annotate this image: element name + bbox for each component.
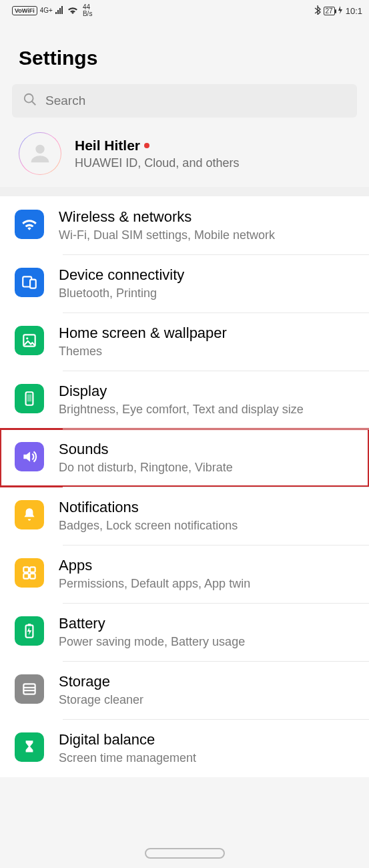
wifi-icon: [15, 210, 44, 239]
charging-icon: [338, 6, 343, 16]
item-sub: Screen time management: [59, 751, 196, 765]
page-title: Settings: [19, 47, 350, 69]
item-sub: Permissions, Default apps, App twin: [59, 577, 250, 591]
apps-icon: [15, 558, 44, 588]
svg-point-6: [26, 337, 28, 339]
item-title: Apps: [59, 557, 250, 574]
svg-rect-12: [30, 574, 35, 579]
account-name: Heil Hitler: [75, 138, 149, 154]
svg-point-0: [25, 94, 33, 103]
svg-rect-8: [27, 395, 32, 402]
sound-icon: [15, 442, 44, 471]
network-speed: 44 B/s: [83, 4, 92, 17]
notification-dot: [144, 143, 149, 148]
item-sounds[interactable]: Sounds Do not disturb, Ringtone, Vibrate: [0, 429, 369, 487]
item-sub: Do not disturb, Ringtone, Vibrate: [59, 461, 233, 475]
search-field[interactable]: [12, 84, 357, 118]
item-wireless-networks[interactable]: Wireless & networks Wi-Fi, Dual SIM sett…: [0, 196, 369, 254]
item-sub: Power saving mode, Battery usage: [59, 635, 245, 649]
devices-icon: [15, 268, 44, 297]
svg-rect-10: [30, 567, 35, 572]
status-bar: VoWiFi 4G+ 44 B/s 27 10:1: [0, 0, 369, 19]
hourglass-icon: [15, 732, 44, 762]
item-title: Battery: [59, 615, 245, 632]
network-type: 4G+: [40, 7, 53, 14]
svg-rect-11: [23, 574, 29, 579]
clock: 10:1: [346, 6, 362, 16]
settings-list: Wireless & networks Wi-Fi, Dual SIM sett…: [0, 196, 369, 777]
item-home-wallpaper[interactable]: Home screen & wallpaper Themes: [0, 312, 369, 371]
battery-indicator: 27: [324, 7, 335, 15]
item-sub: Badges, Lock screen notifications: [59, 519, 238, 533]
bell-icon: [15, 500, 44, 529]
wallpaper-icon: [15, 326, 44, 355]
svg-rect-14: [28, 624, 31, 626]
item-display[interactable]: Display Brightness, Eye comfort, Text an…: [0, 371, 369, 429]
item-sub: Brightness, Eye comfort, Text and displa…: [59, 403, 304, 417]
item-digital-balance[interactable]: Digital balance Screen time management: [0, 719, 369, 777]
page-header: Settings: [0, 19, 369, 84]
item-notifications[interactable]: Notifications Badges, Lock screen notifi…: [0, 487, 369, 545]
svg-point-2: [35, 145, 44, 154]
item-sub: Themes: [59, 345, 227, 359]
section-gap: [0, 187, 369, 196]
item-apps[interactable]: Apps Permissions, Default apps, App twin: [0, 545, 369, 603]
vowifi-badge: VoWiFi: [12, 6, 37, 15]
item-sub: Wi-Fi, Dual SIM settings, Mobile network: [59, 228, 275, 242]
item-title: Sounds: [59, 441, 233, 458]
bluetooth-icon: [314, 5, 321, 17]
search-icon: [23, 92, 37, 110]
home-indicator[interactable]: [145, 848, 225, 859]
svg-rect-4: [30, 280, 36, 288]
item-battery[interactable]: Battery Power saving mode, Battery usage: [0, 603, 369, 661]
item-title: Home screen & wallpaper: [59, 324, 227, 342]
item-title: Device connectivity: [59, 266, 184, 284]
account-sub: HUAWEI ID, Cloud, and others: [75, 156, 239, 170]
svg-line-1: [32, 101, 36, 105]
item-title: Display: [59, 383, 304, 400]
signal-icon: [55, 6, 65, 16]
storage-icon: [15, 674, 44, 704]
item-sub: Storage cleaner: [59, 693, 143, 707]
status-right: 27 10:1: [314, 5, 362, 17]
wifi-icon: [67, 6, 78, 16]
item-device-connectivity[interactable]: Device connectivity Bluetooth, Printing: [0, 254, 369, 312]
status-left: VoWiFi 4G+ 44 B/s: [12, 4, 92, 17]
battery-icon: [15, 616, 44, 646]
display-icon: [15, 384, 44, 413]
item-title: Storage: [59, 673, 143, 690]
avatar: [19, 132, 61, 175]
item-title: Digital balance: [59, 731, 196, 748]
item-sub: Bluetooth, Printing: [59, 286, 184, 300]
svg-rect-9: [23, 567, 29, 572]
svg-rect-15: [23, 684, 35, 694]
account-row[interactable]: Heil Hitler HUAWEI ID, Cloud, and others: [0, 118, 369, 187]
search-input[interactable]: [45, 93, 346, 108]
item-title: Notifications: [59, 499, 238, 516]
item-storage[interactable]: Storage Storage cleaner: [0, 661, 369, 719]
item-title: Wireless & networks: [59, 208, 275, 226]
